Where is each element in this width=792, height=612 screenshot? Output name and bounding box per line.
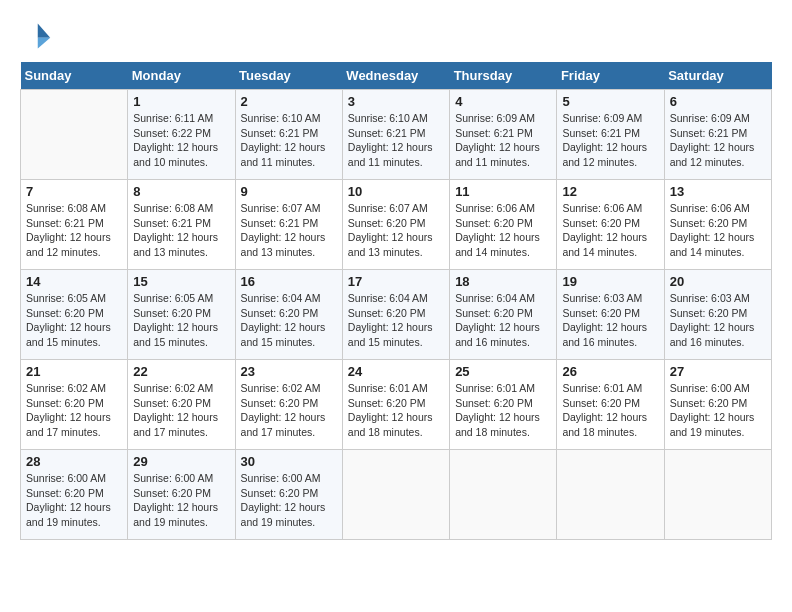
calendar-cell: 2Sunrise: 6:10 AM Sunset: 6:21 PM Daylig…	[235, 90, 342, 180]
day-info: Sunrise: 6:02 AM Sunset: 6:20 PM Dayligh…	[241, 381, 337, 440]
day-info: Sunrise: 6:09 AM Sunset: 6:21 PM Dayligh…	[670, 111, 766, 170]
day-info: Sunrise: 6:09 AM Sunset: 6:21 PM Dayligh…	[562, 111, 658, 170]
calendar-week-row: 21Sunrise: 6:02 AM Sunset: 6:20 PM Dayli…	[21, 360, 772, 450]
day-info: Sunrise: 6:02 AM Sunset: 6:20 PM Dayligh…	[26, 381, 122, 440]
weekday-header: Monday	[128, 62, 235, 90]
day-number: 5	[562, 94, 658, 109]
calendar-cell	[664, 450, 771, 540]
day-info: Sunrise: 6:04 AM Sunset: 6:20 PM Dayligh…	[348, 291, 444, 350]
calendar-week-row: 28Sunrise: 6:00 AM Sunset: 6:20 PM Dayli…	[21, 450, 772, 540]
calendar-cell: 3Sunrise: 6:10 AM Sunset: 6:21 PM Daylig…	[342, 90, 449, 180]
calendar-cell: 20Sunrise: 6:03 AM Sunset: 6:20 PM Dayli…	[664, 270, 771, 360]
calendar-cell: 29Sunrise: 6:00 AM Sunset: 6:20 PM Dayli…	[128, 450, 235, 540]
day-number: 14	[26, 274, 122, 289]
calendar-cell: 23Sunrise: 6:02 AM Sunset: 6:20 PM Dayli…	[235, 360, 342, 450]
calendar-cell	[450, 450, 557, 540]
calendar-cell	[21, 90, 128, 180]
day-number: 3	[348, 94, 444, 109]
calendar-cell: 24Sunrise: 6:01 AM Sunset: 6:20 PM Dayli…	[342, 360, 449, 450]
day-number: 11	[455, 184, 551, 199]
day-number: 30	[241, 454, 337, 469]
weekday-header: Tuesday	[235, 62, 342, 90]
day-info: Sunrise: 6:05 AM Sunset: 6:20 PM Dayligh…	[26, 291, 122, 350]
day-number: 10	[348, 184, 444, 199]
calendar-cell: 10Sunrise: 6:07 AM Sunset: 6:20 PM Dayli…	[342, 180, 449, 270]
day-number: 19	[562, 274, 658, 289]
calendar-week-row: 7Sunrise: 6:08 AM Sunset: 6:21 PM Daylig…	[21, 180, 772, 270]
svg-marker-1	[38, 38, 50, 49]
calendar-table: SundayMondayTuesdayWednesdayThursdayFrid…	[20, 62, 772, 540]
day-info: Sunrise: 6:01 AM Sunset: 6:20 PM Dayligh…	[455, 381, 551, 440]
day-number: 15	[133, 274, 229, 289]
day-info: Sunrise: 6:11 AM Sunset: 6:22 PM Dayligh…	[133, 111, 229, 170]
calendar-cell: 6Sunrise: 6:09 AM Sunset: 6:21 PM Daylig…	[664, 90, 771, 180]
svg-marker-0	[38, 24, 50, 38]
day-number: 2	[241, 94, 337, 109]
day-number: 18	[455, 274, 551, 289]
day-number: 27	[670, 364, 766, 379]
calendar-cell: 4Sunrise: 6:09 AM Sunset: 6:21 PM Daylig…	[450, 90, 557, 180]
day-info: Sunrise: 6:00 AM Sunset: 6:20 PM Dayligh…	[133, 471, 229, 530]
day-number: 20	[670, 274, 766, 289]
calendar-cell: 17Sunrise: 6:04 AM Sunset: 6:20 PM Dayli…	[342, 270, 449, 360]
calendar-cell: 11Sunrise: 6:06 AM Sunset: 6:20 PM Dayli…	[450, 180, 557, 270]
day-info: Sunrise: 6:09 AM Sunset: 6:21 PM Dayligh…	[455, 111, 551, 170]
day-number: 25	[455, 364, 551, 379]
logo-icon	[20, 20, 52, 52]
day-number: 13	[670, 184, 766, 199]
day-info: Sunrise: 6:03 AM Sunset: 6:20 PM Dayligh…	[670, 291, 766, 350]
day-info: Sunrise: 6:10 AM Sunset: 6:21 PM Dayligh…	[348, 111, 444, 170]
calendar-cell	[557, 450, 664, 540]
day-info: Sunrise: 6:08 AM Sunset: 6:21 PM Dayligh…	[133, 201, 229, 260]
day-info: Sunrise: 6:01 AM Sunset: 6:20 PM Dayligh…	[348, 381, 444, 440]
day-info: Sunrise: 6:07 AM Sunset: 6:21 PM Dayligh…	[241, 201, 337, 260]
calendar-cell: 13Sunrise: 6:06 AM Sunset: 6:20 PM Dayli…	[664, 180, 771, 270]
calendar-cell: 9Sunrise: 6:07 AM Sunset: 6:21 PM Daylig…	[235, 180, 342, 270]
calendar-cell: 18Sunrise: 6:04 AM Sunset: 6:20 PM Dayli…	[450, 270, 557, 360]
calendar-cell: 26Sunrise: 6:01 AM Sunset: 6:20 PM Dayli…	[557, 360, 664, 450]
calendar-week-row: 1Sunrise: 6:11 AM Sunset: 6:22 PM Daylig…	[21, 90, 772, 180]
calendar-cell: 22Sunrise: 6:02 AM Sunset: 6:20 PM Dayli…	[128, 360, 235, 450]
day-info: Sunrise: 6:00 AM Sunset: 6:20 PM Dayligh…	[670, 381, 766, 440]
calendar-cell: 27Sunrise: 6:00 AM Sunset: 6:20 PM Dayli…	[664, 360, 771, 450]
day-number: 26	[562, 364, 658, 379]
calendar-header: SundayMondayTuesdayWednesdayThursdayFrid…	[21, 62, 772, 90]
day-info: Sunrise: 6:00 AM Sunset: 6:20 PM Dayligh…	[26, 471, 122, 530]
weekday-header: Friday	[557, 62, 664, 90]
calendar-cell: 16Sunrise: 6:04 AM Sunset: 6:20 PM Dayli…	[235, 270, 342, 360]
calendar-cell: 28Sunrise: 6:00 AM Sunset: 6:20 PM Dayli…	[21, 450, 128, 540]
day-info: Sunrise: 6:02 AM Sunset: 6:20 PM Dayligh…	[133, 381, 229, 440]
day-number: 16	[241, 274, 337, 289]
day-info: Sunrise: 6:07 AM Sunset: 6:20 PM Dayligh…	[348, 201, 444, 260]
weekday-header: Thursday	[450, 62, 557, 90]
day-number: 21	[26, 364, 122, 379]
day-number: 6	[670, 94, 766, 109]
day-number: 12	[562, 184, 658, 199]
page-header	[20, 20, 772, 52]
day-number: 8	[133, 184, 229, 199]
day-info: Sunrise: 6:04 AM Sunset: 6:20 PM Dayligh…	[241, 291, 337, 350]
calendar-cell: 7Sunrise: 6:08 AM Sunset: 6:21 PM Daylig…	[21, 180, 128, 270]
day-number: 28	[26, 454, 122, 469]
day-number: 29	[133, 454, 229, 469]
weekday-header: Wednesday	[342, 62, 449, 90]
day-number: 17	[348, 274, 444, 289]
calendar-cell: 8Sunrise: 6:08 AM Sunset: 6:21 PM Daylig…	[128, 180, 235, 270]
calendar-cell: 25Sunrise: 6:01 AM Sunset: 6:20 PM Dayli…	[450, 360, 557, 450]
day-info: Sunrise: 6:05 AM Sunset: 6:20 PM Dayligh…	[133, 291, 229, 350]
calendar-cell: 19Sunrise: 6:03 AM Sunset: 6:20 PM Dayli…	[557, 270, 664, 360]
day-info: Sunrise: 6:03 AM Sunset: 6:20 PM Dayligh…	[562, 291, 658, 350]
day-info: Sunrise: 6:10 AM Sunset: 6:21 PM Dayligh…	[241, 111, 337, 170]
day-number: 24	[348, 364, 444, 379]
day-info: Sunrise: 6:08 AM Sunset: 6:21 PM Dayligh…	[26, 201, 122, 260]
day-number: 9	[241, 184, 337, 199]
day-number: 23	[241, 364, 337, 379]
weekday-header: Sunday	[21, 62, 128, 90]
day-info: Sunrise: 6:06 AM Sunset: 6:20 PM Dayligh…	[670, 201, 766, 260]
day-info: Sunrise: 6:01 AM Sunset: 6:20 PM Dayligh…	[562, 381, 658, 440]
day-info: Sunrise: 6:04 AM Sunset: 6:20 PM Dayligh…	[455, 291, 551, 350]
day-info: Sunrise: 6:06 AM Sunset: 6:20 PM Dayligh…	[562, 201, 658, 260]
logo	[20, 20, 56, 52]
calendar-cell: 1Sunrise: 6:11 AM Sunset: 6:22 PM Daylig…	[128, 90, 235, 180]
calendar-cell: 30Sunrise: 6:00 AM Sunset: 6:20 PM Dayli…	[235, 450, 342, 540]
